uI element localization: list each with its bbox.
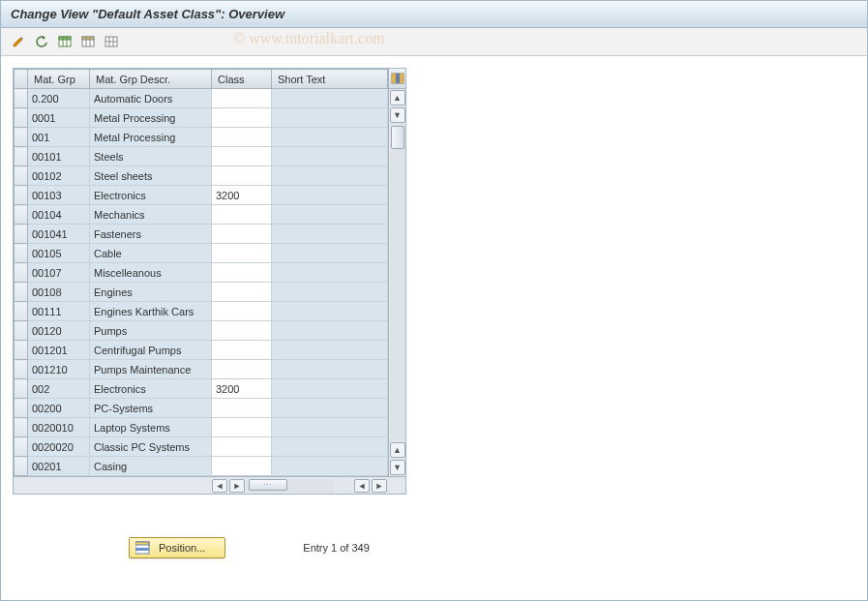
- cell-short-text[interactable]: [272, 108, 388, 128]
- table-row[interactable]: 00105Cable: [15, 244, 388, 263]
- cell-mat-grp[interactable]: 001: [28, 128, 90, 147]
- row-selector[interactable]: [15, 341, 28, 360]
- cell-short-text[interactable]: [272, 360, 388, 379]
- cell-class[interactable]: [212, 418, 272, 437]
- cell-short-text[interactable]: [272, 147, 388, 166]
- cell-mat-grp-descr[interactable]: Metal Processing: [90, 128, 212, 147]
- cell-class[interactable]: 3200: [212, 186, 272, 205]
- cell-class[interactable]: [212, 205, 272, 225]
- table-row[interactable]: 001041Fasteners: [15, 225, 388, 244]
- cell-mat-grp[interactable]: 0020010: [28, 418, 90, 437]
- cell-short-text[interactable]: [272, 89, 388, 108]
- scroll-right-icon[interactable]: ►: [229, 479, 245, 493]
- cell-mat-grp-descr[interactable]: Classic PC Systems: [90, 437, 212, 457]
- table-row[interactable]: 00101Steels: [15, 147, 388, 166]
- horizontal-scrollbar[interactable]: ◄ ► ··· ◄ ►: [14, 476, 405, 494]
- cell-short-text[interactable]: [272, 321, 388, 341]
- cell-class[interactable]: [212, 457, 272, 476]
- row-selector[interactable]: [15, 244, 28, 263]
- cell-short-text[interactable]: [272, 399, 388, 418]
- cell-short-text[interactable]: [272, 128, 388, 147]
- hscroll-track[interactable]: ···: [247, 479, 334, 493]
- cell-class[interactable]: [212, 108, 272, 128]
- cell-class[interactable]: [212, 341, 272, 360]
- table-row[interactable]: 0.200Automatic Doors: [15, 89, 388, 108]
- cell-class[interactable]: [212, 302, 272, 321]
- cell-mat-grp-descr[interactable]: Pumps Maintenance: [90, 360, 212, 379]
- cell-mat-grp[interactable]: 0001: [28, 108, 90, 128]
- row-selector[interactable]: [15, 166, 28, 186]
- cell-mat-grp-descr[interactable]: Electronics: [90, 379, 212, 399]
- vscroll-thumb[interactable]: [391, 126, 404, 149]
- cell-mat-grp-descr[interactable]: Metal Processing: [90, 108, 212, 128]
- hscroll-thumb[interactable]: ···: [249, 479, 287, 491]
- scroll-up-bottom-icon[interactable]: ▲: [390, 442, 405, 458]
- cell-class[interactable]: [212, 225, 272, 244]
- cell-mat-grp[interactable]: 0020020: [28, 437, 90, 457]
- row-selector[interactable]: [15, 263, 28, 283]
- row-selector[interactable]: [15, 147, 28, 166]
- scroll-down-bottom-icon[interactable]: ▼: [390, 460, 405, 475]
- cell-mat-grp-descr[interactable]: Casing: [90, 457, 212, 476]
- table-row[interactable]: 001Metal Processing: [15, 128, 388, 147]
- table-row[interactable]: 00102Steel sheets: [15, 166, 388, 186]
- cell-mat-grp[interactable]: 00105: [28, 244, 90, 263]
- cell-mat-grp[interactable]: 00107: [28, 263, 90, 283]
- row-selector[interactable]: [15, 302, 28, 321]
- cell-class[interactable]: [212, 321, 272, 341]
- table-row[interactable]: 00107Miscelleanous: [15, 263, 388, 283]
- table-row[interactable]: 00108Engines: [15, 283, 388, 302]
- cell-mat-grp[interactable]: 00120: [28, 321, 90, 341]
- row-selector[interactable]: [15, 283, 28, 302]
- cell-mat-grp-descr[interactable]: Mechanics: [90, 205, 212, 225]
- cell-mat-grp[interactable]: 00111: [28, 302, 90, 321]
- cell-mat-grp-descr[interactable]: PC-Systems: [90, 399, 212, 418]
- scroll-left-end-icon[interactable]: ◄: [354, 479, 370, 493]
- table-row[interactable]: 0020020Classic PC Systems: [15, 437, 388, 457]
- cell-mat-grp-descr[interactable]: Automatic Doors: [90, 89, 212, 108]
- cell-mat-grp[interactable]: 00101: [28, 147, 90, 166]
- row-selector[interactable]: [15, 379, 28, 399]
- position-button[interactable]: Position...: [129, 537, 225, 558]
- row-selector[interactable]: [15, 457, 28, 476]
- cell-short-text[interactable]: [272, 225, 388, 244]
- cell-mat-grp[interactable]: 0.200: [28, 89, 90, 108]
- cell-mat-grp-descr[interactable]: Electronics: [90, 186, 212, 205]
- row-selector[interactable]: [15, 399, 28, 418]
- row-selector[interactable]: [15, 205, 28, 225]
- cell-mat-grp-descr[interactable]: Steel sheets: [90, 166, 212, 186]
- undo-icon[interactable]: [32, 32, 51, 51]
- row-selector[interactable]: [15, 186, 28, 205]
- table-row[interactable]: 00120Pumps: [15, 321, 388, 341]
- col-header-short-text[interactable]: Short Text: [272, 70, 388, 89]
- table-row[interactable]: 002Electronics3200: [15, 379, 388, 399]
- cell-short-text[interactable]: [272, 302, 388, 321]
- table-open-icon[interactable]: [78, 32, 98, 51]
- cell-short-text[interactable]: [272, 205, 388, 225]
- table-row[interactable]: 00104Mechanics: [15, 205, 388, 225]
- configure-columns-icon[interactable]: [389, 69, 405, 89]
- row-selector[interactable]: [15, 437, 28, 457]
- cell-mat-grp[interactable]: 00102: [28, 166, 90, 186]
- col-header-class[interactable]: Class: [212, 70, 272, 89]
- table-blank-icon[interactable]: [102, 32, 121, 51]
- cell-mat-grp-descr[interactable]: Steels: [90, 147, 212, 166]
- row-selector[interactable]: [15, 321, 28, 341]
- cell-mat-grp[interactable]: 002: [28, 379, 90, 399]
- table-green-icon[interactable]: [55, 32, 75, 51]
- cell-short-text[interactable]: [272, 263, 388, 283]
- cell-short-text[interactable]: [272, 457, 388, 476]
- vscroll-track[interactable]: [390, 124, 405, 441]
- cell-mat-grp-descr[interactable]: Pumps: [90, 321, 212, 341]
- table-row[interactable]: 0020010Laptop Systems: [15, 418, 388, 437]
- cell-short-text[interactable]: [272, 437, 388, 457]
- cell-mat-grp[interactable]: 001201: [28, 341, 90, 360]
- scroll-right-end-icon[interactable]: ►: [372, 479, 387, 493]
- cell-mat-grp-descr[interactable]: Miscelleanous: [90, 263, 212, 283]
- cell-class[interactable]: [212, 244, 272, 263]
- col-header-mat-grp-descr[interactable]: Mat. Grp Descr.: [90, 70, 212, 89]
- cell-mat-grp-descr[interactable]: Fasteners: [90, 225, 212, 244]
- cell-mat-grp[interactable]: 001210: [28, 360, 90, 379]
- cell-mat-grp-descr[interactable]: Centrifugal Pumps: [90, 341, 212, 360]
- row-selector[interactable]: [15, 89, 28, 108]
